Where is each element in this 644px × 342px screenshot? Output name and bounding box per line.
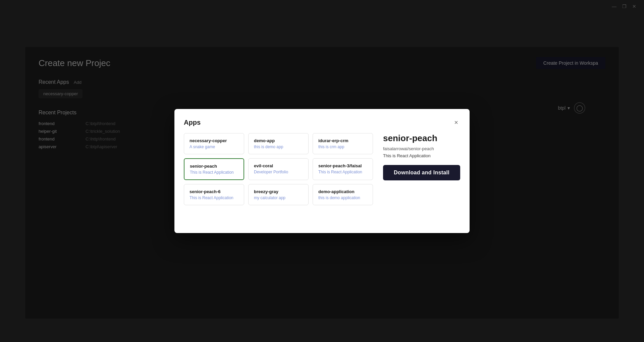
modal-close-button[interactable]: ×	[452, 118, 460, 126]
app-card-name: demo-application	[318, 189, 367, 194]
app-card-desc: this is demo application	[318, 195, 367, 200]
apps-modal: Apps × necessary-copper A snake game dem…	[174, 109, 470, 233]
app-card-desc: This is React Application	[318, 170, 367, 174]
app-card-name: idurar-erp-crm	[318, 138, 367, 143]
app-card-desc: my calculator app	[254, 195, 303, 200]
download-install-button[interactable]: Download and Install	[383, 165, 460, 180]
app-card-desc: This is React Application	[190, 195, 238, 200]
app-card[interactable]: necessary-copper A snake game	[184, 133, 244, 154]
modal-overlay: Apps × necessary-copper A snake game dem…	[0, 0, 644, 342]
app-card-name: senior-peach-3/faisal	[318, 163, 367, 168]
app-card[interactable]: demo-app this is demo app	[248, 133, 309, 154]
app-card-name: demo-app	[254, 138, 303, 143]
modal-body: necessary-copper A snake game demo-app t…	[184, 133, 460, 205]
app-card[interactable]: senior-peach-3/faisal This is React Appl…	[313, 158, 373, 180]
app-card-desc: This is React Application	[190, 170, 238, 175]
detail-app-name: senior-peach	[383, 133, 460, 144]
app-card[interactable]: idurar-erp-crm this is crm app	[313, 133, 373, 154]
modal-title: Apps	[184, 119, 201, 126]
app-card-name: evil-coral	[254, 163, 303, 168]
app-card-name: breezy-gray	[254, 189, 303, 194]
app-card-name: senior-peach	[190, 164, 238, 169]
app-card-name: senior-peach-6	[190, 189, 238, 194]
detail-description: This is React Application	[383, 153, 460, 158]
app-card-desc: Developer Portfolio	[254, 170, 303, 174]
app-card-name: necessary-copper	[190, 138, 238, 143]
app-card-desc: A snake game	[190, 145, 238, 149]
app-grid: necessary-copper A snake game demo-app t…	[184, 133, 373, 205]
detail-panel: senior-peach faisalarrowai/senior-peach …	[380, 133, 460, 205]
app-card[interactable]: demo-application this is demo applicatio…	[313, 184, 373, 205]
modal-header: Apps ×	[184, 118, 460, 126]
app-card[interactable]: senior-peach This is React Application	[184, 158, 244, 180]
app-card[interactable]: breezy-gray my calculator app	[248, 184, 309, 205]
app-card[interactable]: evil-coral Developer Portfolio	[248, 158, 309, 180]
app-card-desc: this is crm app	[318, 145, 367, 149]
app-card-desc: this is demo app	[254, 145, 303, 149]
app-card[interactable]: senior-peach-6 This is React Application	[184, 184, 244, 205]
detail-repo: faisalarrowai/senior-peach	[383, 146, 460, 151]
